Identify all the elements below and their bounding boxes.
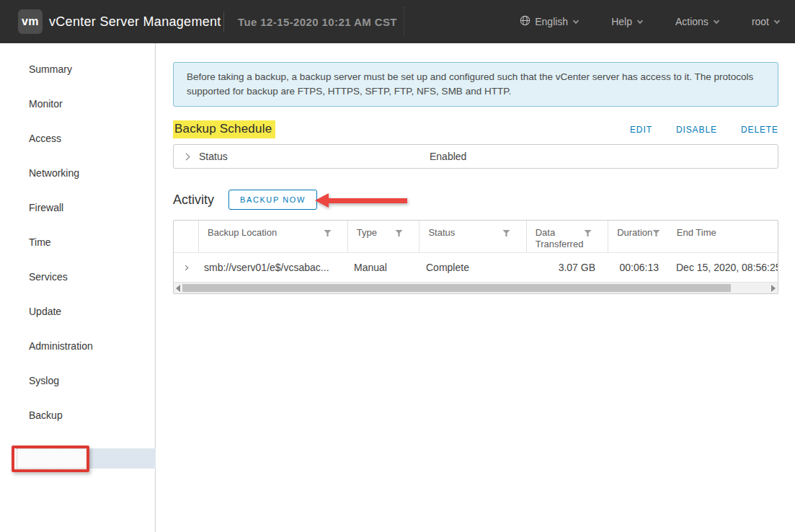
cell-type: Manual bbox=[345, 262, 417, 273]
user-menu[interactable]: root bbox=[752, 16, 779, 27]
cell-end-time: Dec 15, 2020, 08:56:25 bbox=[667, 262, 778, 273]
column-header-label: Duration bbox=[617, 227, 652, 239]
column-header-backup-location: Backup Location bbox=[198, 221, 347, 252]
column-header-label: Type bbox=[357, 227, 377, 239]
app-title: vCenter Server Management bbox=[49, 0, 221, 43]
chevron-down-icon bbox=[637, 17, 643, 23]
vmware-logo-text: vm bbox=[22, 15, 39, 28]
sidebar-nav: Summary Monitor Access Networking Firewa… bbox=[0, 43, 155, 433]
activity-header: Activity BACKUP NOW bbox=[173, 190, 317, 210]
column-header-data-transferred: Data Transferred bbox=[526, 221, 608, 252]
globe-icon bbox=[520, 15, 530, 28]
top-header-bar: vm vCenter Server Management Tue 12-15-2… bbox=[0, 0, 795, 43]
sidebar: Summary Monitor Access Networking Firewa… bbox=[0, 43, 156, 532]
activity-table-header: Backup Location Type Status bbox=[174, 221, 778, 253]
sidebar-item-access[interactable]: Access bbox=[0, 121, 155, 156]
header-dotted-separator bbox=[404, 7, 404, 36]
sidebar-item-update[interactable]: Update bbox=[0, 294, 155, 329]
schedule-status-row[interactable]: Status Enabled bbox=[173, 144, 778, 169]
sidebar-item-backup[interactable]: Backup bbox=[0, 398, 155, 433]
status-label: Status bbox=[199, 151, 228, 162]
header-datetime: Tue 12-15-2020 10:21 AM CST bbox=[238, 0, 397, 43]
chevron-down-icon bbox=[774, 17, 780, 23]
horizontal-scrollbar[interactable] bbox=[174, 282, 778, 293]
help-menu[interactable]: Help bbox=[611, 16, 642, 27]
filter-icon[interactable] bbox=[395, 229, 403, 240]
sidebar-item-label: Syslog bbox=[29, 375, 59, 386]
sidebar-item-services[interactable]: Services bbox=[0, 260, 155, 294]
row-expander-cell bbox=[174, 265, 195, 270]
column-header-type: Type bbox=[347, 221, 419, 252]
vmware-logo: vm bbox=[18, 9, 43, 34]
info-banner: Before taking a backup, a backup server … bbox=[173, 62, 778, 107]
column-header-status: Status bbox=[419, 221, 525, 252]
scroll-right-icon[interactable] bbox=[771, 285, 776, 292]
sidebar-item-label: Update bbox=[29, 306, 61, 317]
disable-link[interactable]: DISABLE bbox=[676, 125, 717, 135]
sidebar-item-label: Time bbox=[29, 236, 51, 248]
edit-link[interactable]: EDIT bbox=[630, 125, 652, 135]
activity-title: Activity bbox=[173, 192, 214, 208]
sidebar-item-label: Services bbox=[29, 271, 68, 283]
sidebar-item-label: Monitor bbox=[29, 98, 63, 110]
column-header-end-time: End Time bbox=[668, 221, 778, 252]
filter-icon[interactable] bbox=[652, 229, 660, 240]
vcenter-server-management-app: vm vCenter Server Management Tue 12-15-2… bbox=[0, 0, 795, 532]
sidebar-selected-focus-chip bbox=[17, 448, 87, 469]
header-menus: English Help Actions root bbox=[520, 0, 779, 43]
user-menu-label: root bbox=[752, 16, 769, 27]
red-arrow-annotation bbox=[315, 192, 407, 208]
delete-link[interactable]: DELETE bbox=[741, 125, 778, 135]
language-menu[interactable]: English bbox=[520, 15, 578, 28]
sidebar-item-firewall[interactable]: Firewall bbox=[0, 190, 155, 225]
chevron-down-icon bbox=[714, 17, 719, 23]
column-header-label: Data Transferred bbox=[536, 227, 584, 250]
sidebar-item-label: Summary bbox=[29, 63, 72, 75]
scrollbar-thumb[interactable] bbox=[182, 284, 731, 292]
sidebar-item-syslog[interactable]: Syslog bbox=[0, 363, 155, 398]
cell-data-transferred: 3.07 GB bbox=[525, 262, 607, 273]
sidebar-item-administration[interactable]: Administration bbox=[0, 329, 155, 363]
expand-chevron-icon[interactable] bbox=[183, 153, 190, 160]
column-header-duration: Duration bbox=[608, 221, 668, 252]
backup-schedule-title: Backup Schedule bbox=[173, 120, 275, 138]
status-value: Enabled bbox=[430, 151, 466, 162]
column-header-label: End Time bbox=[677, 227, 716, 239]
sidebar-item-label: Administration bbox=[29, 340, 93, 352]
sidebar-item-summary[interactable]: Summary bbox=[0, 52, 155, 87]
sidebar-item-time[interactable]: Time bbox=[0, 225, 155, 260]
actions-menu-label: Actions bbox=[675, 16, 709, 27]
help-menu-label: Help bbox=[611, 16, 632, 27]
sidebar-item-networking[interactable]: Networking bbox=[0, 156, 155, 190]
expander-column-header bbox=[174, 221, 198, 252]
actions-menu[interactable]: Actions bbox=[675, 16, 719, 27]
table-row[interactable]: smb://vserv01/e$/vcsabac... Manual Compl… bbox=[174, 253, 778, 282]
cell-duration: 00:06:13 bbox=[607, 262, 667, 273]
sidebar-item-monitor[interactable]: Monitor bbox=[0, 87, 155, 121]
activity-table: Backup Location Type Status bbox=[173, 220, 778, 294]
main-content: Before taking a backup, a backup server … bbox=[156, 43, 795, 532]
filter-icon[interactable] bbox=[584, 229, 592, 240]
sidebar-item-label: Access bbox=[29, 133, 61, 144]
filter-icon[interactable] bbox=[502, 229, 510, 240]
expand-chevron-icon[interactable] bbox=[181, 265, 188, 270]
red-arrow-body bbox=[327, 198, 407, 203]
cell-status: Complete bbox=[417, 262, 525, 273]
column-header-label: Status bbox=[428, 227, 455, 239]
language-menu-label: English bbox=[535, 16, 568, 27]
backup-now-button[interactable]: BACKUP NOW bbox=[228, 190, 317, 210]
sidebar-item-label: Backup bbox=[29, 409, 63, 421]
header-divider bbox=[223, 12, 224, 32]
sidebar-item-label: Firewall bbox=[29, 202, 63, 213]
backup-schedule-header: Backup Schedule EDIT DISABLE DELETE bbox=[173, 120, 778, 138]
scroll-left-icon[interactable] bbox=[176, 285, 180, 292]
chevron-down-icon bbox=[573, 17, 579, 23]
backup-schedule-actions: EDIT DISABLE DELETE bbox=[630, 125, 778, 135]
info-banner-text: Before taking a backup, a backup server … bbox=[187, 71, 753, 97]
cell-backup-location: smb://vserv01/e$/vcsabac... bbox=[195, 262, 345, 273]
filter-icon[interactable] bbox=[324, 229, 332, 240]
sidebar-item-label: Networking bbox=[29, 167, 79, 179]
column-header-label: Backup Location bbox=[208, 227, 277, 239]
